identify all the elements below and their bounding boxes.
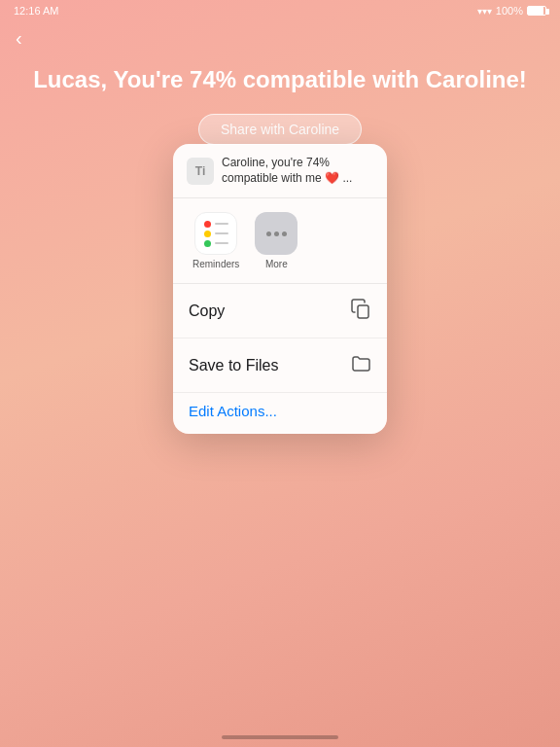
home-indicator <box>222 735 338 739</box>
yellow-dot <box>204 231 211 237</box>
save-to-files-label: Save to Files <box>189 357 278 374</box>
status-time: 12:16 AM <box>14 5 58 17</box>
red-dot <box>204 221 211 228</box>
edit-actions-section: Edit Actions... <box>173 393 387 434</box>
main-title: Lucas, You're 74% compatible with Caroli… <box>0 21 560 114</box>
apps-row: Reminders More <box>173 198 387 284</box>
copy-label: Copy <box>189 302 225 320</box>
wifi-icon: ▾▾▾ <box>477 6 492 17</box>
battery-icon <box>527 6 546 16</box>
svg-rect-0 <box>358 305 368 318</box>
share-button-container: Share with Caroline <box>0 114 560 145</box>
preview-row: Ti Caroline, you're 74% compatible with … <box>173 144 387 198</box>
edit-actions-link[interactable]: Edit Actions... <box>189 403 277 419</box>
save-to-files-action-row[interactable]: Save to Files <box>173 338 387 393</box>
more-icon <box>255 212 298 255</box>
copy-action-row[interactable]: Copy <box>173 284 387 338</box>
save-to-files-icon <box>350 352 371 378</box>
copy-icon <box>350 298 371 324</box>
status-bar: 12:16 AM ▾▾▾ 100% <box>0 0 560 21</box>
more-label: More <box>265 259 288 269</box>
app-item-reminders[interactable]: Reminders <box>192 212 239 269</box>
battery-percent: 100% <box>496 5 523 17</box>
app-item-more[interactable]: More <box>255 212 298 269</box>
back-button[interactable]: ‹ <box>16 27 22 50</box>
share-with-caroline-button[interactable]: Share with Caroline <box>198 114 362 145</box>
status-icons: ▾▾▾ 100% <box>477 5 546 17</box>
reminders-label: Reminders <box>192 259 239 269</box>
green-dot <box>204 240 211 247</box>
share-sheet: Ti Caroline, you're 74% compatible with … <box>173 144 387 434</box>
reminders-icon <box>194 212 237 255</box>
preview-app-icon: Ti <box>187 158 214 185</box>
preview-text: Caroline, you're 74% compatible with me … <box>222 156 373 186</box>
